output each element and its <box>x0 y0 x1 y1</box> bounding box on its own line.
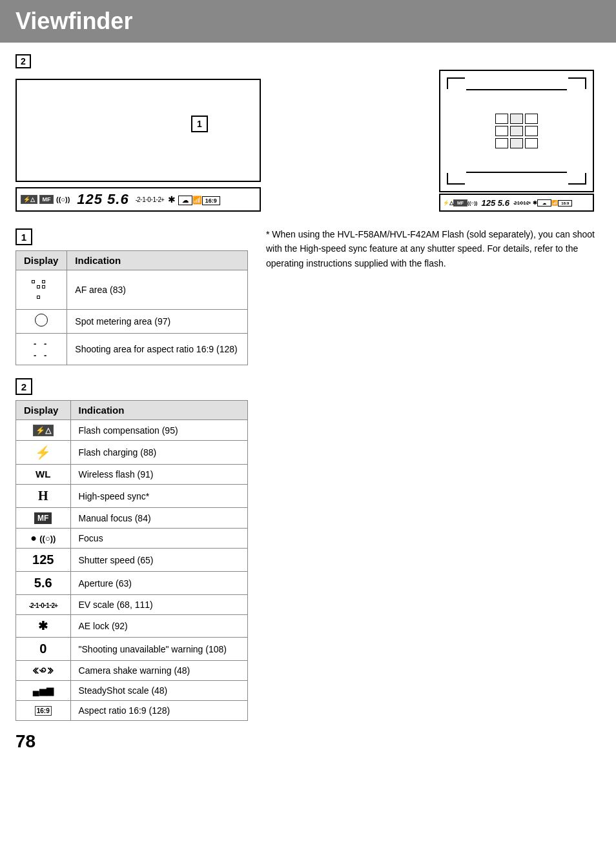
ev-symbol: -2··1··0··1··2+ <box>29 602 57 609</box>
flash-comp-vf-icon: ⚡△ <box>21 195 37 204</box>
col-right: * When using the HVL-F58AM/HVL-F42AM Fla… <box>266 223 601 752</box>
table-row: H High-speed sync* <box>16 485 248 508</box>
corner-tl <box>447 77 465 89</box>
display-ae: ✱ <box>16 615 71 638</box>
indication-ev: EV scale (68, 111) <box>70 595 247 615</box>
indication-af-area: AF area (83) <box>67 270 248 310</box>
display-unavail: 0 <box>16 638 71 661</box>
vf-right-scale: -2··1··0··1··2+ <box>513 201 530 205</box>
table-row: MF Manual focus (84) <box>16 508 248 529</box>
table-row: ⚡ Flash charging (88) <box>16 441 248 465</box>
display-h: H <box>16 485 71 508</box>
corner-tr <box>568 77 586 89</box>
display-dash: - -- - <box>16 334 67 365</box>
indication-flash-comp: Flash compensation (95) <box>70 420 247 441</box>
display-shake: ≪꩜≫ <box>16 661 71 681</box>
vf-status-bar: ⚡△ MF ((○)) 125 5.6 -2··1··0··1··2+ ✱ ☁📶… <box>15 187 261 212</box>
af-sq-9 <box>525 138 538 148</box>
indication-aspect: Shooting area for aspect ratio 16:9 (128… <box>67 334 248 365</box>
table-row: -2··1··0··1··2+ EV scale (68, 111) <box>16 595 248 615</box>
table1-col1-header: Display <box>16 251 67 270</box>
vf-right-numbers: 125 5.6 <box>482 198 509 208</box>
indication-unavail: "Shooting unavailable" warning (108) <box>70 638 247 661</box>
display-aspect-ratio: 16:9 <box>16 701 71 721</box>
indication-shake: Camera shake warning (48) <box>70 661 247 681</box>
display-flash-comp: ⚡△ <box>16 420 71 441</box>
vf-status-icons: ⚡△ MF ((○)) <box>21 195 70 204</box>
vf-right-icons-right: ✱☁📶16:9 <box>533 199 572 207</box>
vf-right-diagram: ⚡△MF((○)) 125 5.6 -2··1··0··1··2+ ✱☁📶16:… <box>433 70 601 212</box>
ae-symbol: ✱ <box>38 620 48 632</box>
table-row: ▄▅▆ SteadyShot scale (48) <box>16 681 248 701</box>
flash-comp-symbol: ⚡△ <box>33 425 54 436</box>
af-sq-7 <box>495 138 508 148</box>
display-mf: MF <box>16 508 71 529</box>
table1-col2-header: Indication <box>67 251 248 270</box>
focus-symbols: ● ((○)) <box>30 532 56 543</box>
display-flash-charge: ⚡ <box>16 441 71 465</box>
display-steadyshot: ▄▅▆ <box>16 681 71 701</box>
aperture-symbol: 5.6 <box>34 576 52 590</box>
section-badge-1: 1 <box>15 228 32 245</box>
steadyshot-symbol: ▄▅▆ <box>33 685 54 696</box>
af-sq-4 <box>495 126 508 136</box>
indication-mf: Manual focus (84) <box>70 508 247 529</box>
section-badge-2: 2 <box>15 378 32 395</box>
indication-focus: Focus <box>70 529 247 549</box>
vf-scale: -2··1··0··1··2+ <box>136 196 164 203</box>
table-row: ≪꩜≫ Camera shake warning (48) <box>16 661 248 681</box>
indication-steadyshot: SteadyShot scale (48) <box>70 681 247 701</box>
af-grid-center <box>495 114 538 148</box>
main-content: 2 1 ⚡△ MF ((○)) 125 5.6 -2··1··0··1··2+ … <box>0 54 616 767</box>
unavailable-symbol: 0 <box>39 641 46 656</box>
table-row: ⚡△ Flash compensation (95) <box>16 420 248 441</box>
vf-right-frame <box>439 70 594 192</box>
af-sq-8 <box>510 138 523 148</box>
display-focus: ● ((○)) <box>16 529 71 549</box>
aspect-symbol: 16:9 <box>35 706 52 716</box>
diagram-row: 2 1 ⚡△ MF ((○)) 125 5.6 -2··1··0··1··2+ … <box>15 54 601 212</box>
table2-col1-header: Display <box>16 401 71 420</box>
corner-bl <box>447 173 465 185</box>
display-af-grid <box>16 270 67 310</box>
af-sq-3 <box>525 114 538 124</box>
indication-aspect-ratio: Aspect ratio 16:9 (128) <box>70 701 247 721</box>
table-row: WL Wireless flash (91) <box>16 465 248 485</box>
page-header: Viewfinder <box>0 0 616 43</box>
display-shutter: 125 <box>16 549 71 572</box>
mic-icon-vf: ((○)) <box>56 196 70 203</box>
vf-numbers: 125 5.6 <box>77 191 128 208</box>
indication-spot: Spot metering area (97) <box>67 310 248 334</box>
indication-shutter: Shutter speed (65) <box>70 549 247 572</box>
mf-symbol: MF <box>34 512 52 524</box>
af-sq-2 <box>510 114 523 124</box>
af-sq-5 <box>510 126 523 136</box>
badge-1-vf: 1 <box>191 116 208 132</box>
indication-h: High-speed sync* <box>70 485 247 508</box>
vf-left-diagram: 2 1 ⚡△ MF ((○)) 125 5.6 -2··1··0··1··2+ … <box>15 54 417 212</box>
mf-icon-vf: MF <box>39 195 54 204</box>
display-spot <box>16 310 67 334</box>
section2-table: Display Indication ⚡△ Flash compensation… <box>15 400 248 721</box>
two-col-layout: 1 Display Indication <box>15 223 601 752</box>
table-row: - -- - Shooting area for aspect ratio 16… <box>16 334 248 365</box>
shake-symbol: ≪꩜≫ <box>33 665 53 676</box>
section1-table: Display Indication <box>15 250 248 365</box>
page-number: 78 <box>15 731 248 752</box>
display-wl: WL <box>16 465 71 485</box>
vf-right-icons-left: ⚡△MF((○)) <box>443 199 478 207</box>
indication-ae: AE lock (92) <box>70 615 247 638</box>
indication-aperture: Aperture (63) <box>70 572 247 595</box>
table-row: 16:9 Aspect ratio 16:9 (128) <box>16 701 248 721</box>
indication-flash-charge: Flash charging (88) <box>70 441 247 465</box>
h-symbol: H <box>38 489 48 503</box>
badge-2-top: 2 <box>15 54 31 68</box>
af-sq-6 <box>525 126 538 136</box>
table-row: ● ((○)) Focus <box>16 529 248 549</box>
flash-bolt-symbol: ⚡ <box>35 445 51 459</box>
page-title: Viewfinder <box>15 8 132 34</box>
vf-icons-right: ✱ ☁📶16:9 <box>168 194 220 205</box>
corner-br <box>568 173 586 185</box>
vf-right-status: ⚡△MF((○)) 125 5.6 -2··1··0··1··2+ ✱☁📶16:… <box>439 194 594 212</box>
table-row: ✱ AE lock (92) <box>16 615 248 638</box>
